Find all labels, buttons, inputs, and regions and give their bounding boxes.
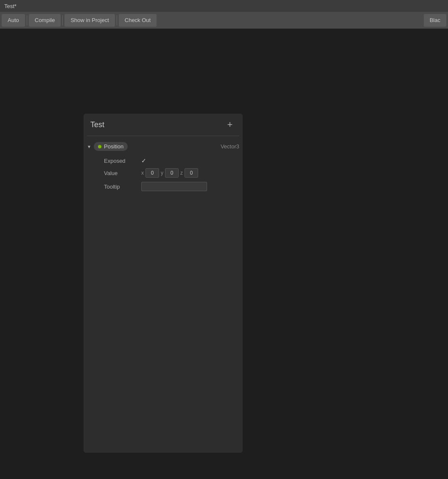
panel-content: ▾ Position Vector3 Exposed ✓ Value [84, 136, 243, 198]
toolbar-separator-1 [27, 15, 27, 25]
check-out-button[interactable]: Check Out [119, 14, 157, 27]
value-x-input[interactable] [146, 168, 159, 178]
property-header-row: ▾ Position Vector3 [84, 139, 243, 153]
property-detail-rows: Exposed ✓ Value x y z [84, 153, 243, 195]
toolbar: Auto Compile Show in Project Check Out B… [0, 12, 448, 29]
chevron-button[interactable]: ▾ [87, 143, 91, 150]
exposed-row: Exposed ✓ [104, 155, 243, 166]
property-name-badge: Position [94, 142, 128, 151]
x-axis-label: x [141, 170, 144, 176]
property-badge-label: Position [104, 143, 123, 150]
y-axis-label: y [161, 170, 163, 176]
tooltip-row: Tooltip [104, 180, 243, 193]
property-type: Vector3 [221, 143, 239, 150]
title-bar: Test* [0, 0, 448, 12]
panel-body [84, 198, 243, 453]
value-y-input[interactable] [165, 168, 179, 178]
title-bar-text: Test* [4, 3, 17, 9]
value-z-input[interactable] [185, 168, 198, 178]
panel-header: Test + [84, 114, 243, 136]
black-button[interactable]: Blac [424, 14, 446, 27]
auto-button[interactable]: Auto [2, 14, 25, 27]
main-area: Test + ▾ Position Vector3 Exposed ✓ [0, 29, 448, 479]
toolbar-separator-2 [62, 15, 63, 25]
tooltip-input[interactable] [141, 182, 207, 191]
tooltip-label: Tooltip [104, 184, 138, 190]
panel-title: Test [90, 120, 104, 129]
panel: Test + ▾ Position Vector3 Exposed ✓ [84, 114, 243, 453]
property-dot [98, 145, 101, 148]
exposed-label: Exposed [104, 158, 138, 164]
vector-inputs: x y z [141, 168, 198, 178]
toolbar-separator-3 [117, 15, 117, 25]
compile-button[interactable]: Compile [29, 14, 61, 27]
panel-add-button[interactable]: + [224, 119, 236, 131]
z-axis-label: z [180, 170, 183, 176]
value-label: Value [104, 170, 138, 176]
show-in-project-button[interactable]: Show in Project [64, 14, 115, 27]
value-row: Value x y z [104, 166, 243, 180]
exposed-checkmark: ✓ [141, 157, 146, 164]
